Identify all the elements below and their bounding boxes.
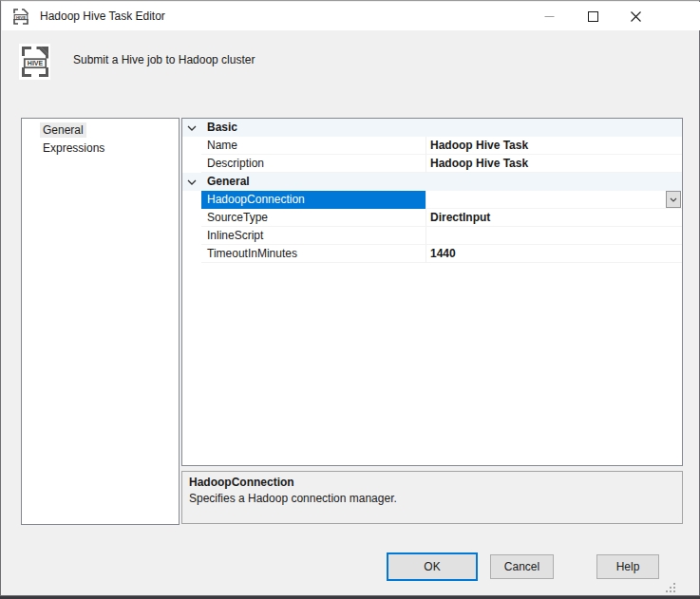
cancel-button[interactable]: Cancel bbox=[490, 554, 554, 579]
close-button[interactable] bbox=[615, 2, 657, 30]
property-name[interactable]: Description bbox=[201, 155, 426, 173]
property-value[interactable]: Hadoop Hive Task bbox=[426, 155, 682, 173]
property-name-selected[interactable]: HadoopConnection bbox=[201, 191, 426, 209]
resize-grip[interactable] bbox=[665, 582, 676, 593]
collapse-toggle[interactable] bbox=[182, 173, 201, 191]
property-row-timeoutinminutes[interactable]: TimeoutInMinutes 1440 bbox=[182, 245, 682, 263]
hive-task-icon-tile: HIVE bbox=[19, 44, 50, 80]
property-row-hadoopconnection[interactable]: HadoopConnection bbox=[182, 191, 682, 209]
property-grid[interactable]: Basic Name Hadoop Hive Task Description … bbox=[181, 118, 683, 466]
selected-property-description: Specifies a Hadoop connection manager. bbox=[189, 492, 675, 505]
svg-text:HIVE: HIVE bbox=[16, 15, 26, 20]
property-value[interactable]: DirectInput bbox=[426, 209, 682, 227]
window-title: Hadoop Hive Task Editor bbox=[40, 9, 165, 23]
property-name[interactable]: InlineScript bbox=[201, 227, 426, 245]
title-bar[interactable]: HIVE Hadoop Hive Task Editor bbox=[2, 2, 700, 30]
property-name[interactable]: TimeoutInMinutes bbox=[201, 245, 426, 263]
property-row-description[interactable]: Description Hadoop Hive Task bbox=[182, 155, 682, 173]
svg-text:HIVE: HIVE bbox=[27, 60, 43, 66]
collapse-toggle[interactable] bbox=[182, 119, 201, 137]
property-description-panel: HadoopConnection Specifies a Hadoop conn… bbox=[181, 471, 683, 524]
category-label: Basic bbox=[201, 119, 237, 137]
hive-app-icon: HIVE bbox=[12, 8, 29, 26]
pages-listbox[interactable]: General Expressions bbox=[21, 118, 180, 525]
close-icon bbox=[631, 11, 641, 22]
ok-button[interactable]: OK bbox=[387, 552, 478, 581]
property-value[interactable] bbox=[426, 227, 682, 245]
chevron-down-icon bbox=[187, 179, 197, 185]
maximize-icon bbox=[588, 11, 598, 22]
minimize-button[interactable] bbox=[527, 2, 571, 30]
selected-property-title: HadoopConnection bbox=[189, 476, 675, 489]
maximize-button[interactable] bbox=[571, 2, 615, 30]
help-button[interactable]: Help bbox=[596, 554, 659, 579]
chevron-down-icon bbox=[187, 125, 197, 131]
sidebar-item-general[interactable]: General bbox=[22, 122, 179, 140]
category-label: General bbox=[201, 173, 250, 191]
hive-task-icon: HIVE bbox=[21, 46, 49, 78]
dropdown-button[interactable] bbox=[666, 191, 681, 208]
task-description-text: Submit a Hive job to Hadoop cluster bbox=[73, 53, 255, 66]
sidebar-item-expressions[interactable]: Expressions bbox=[22, 140, 179, 158]
dialog-surface: HIVE Hadoop Hive Task Editor bbox=[0, 0, 700, 596]
category-row-basic[interactable]: Basic bbox=[182, 119, 682, 137]
property-name[interactable]: SourceType bbox=[201, 209, 426, 227]
property-value[interactable]: Hadoop Hive Task bbox=[426, 137, 682, 155]
hadoop-hive-task-editor-window: HIVE Hadoop Hive Task Editor bbox=[0, 0, 700, 599]
property-value[interactable]: 1440 bbox=[426, 245, 682, 263]
property-row-name[interactable]: Name Hadoop Hive Task bbox=[182, 137, 682, 155]
minimize-icon bbox=[544, 11, 555, 22]
chevron-down-icon bbox=[670, 197, 677, 202]
property-value-editor[interactable] bbox=[426, 191, 682, 209]
property-row-inlinescript[interactable]: InlineScript bbox=[182, 227, 682, 245]
category-row-general[interactable]: General bbox=[182, 173, 682, 191]
property-name[interactable]: Name bbox=[201, 137, 426, 155]
property-row-sourcetype[interactable]: SourceType DirectInput bbox=[182, 209, 682, 227]
